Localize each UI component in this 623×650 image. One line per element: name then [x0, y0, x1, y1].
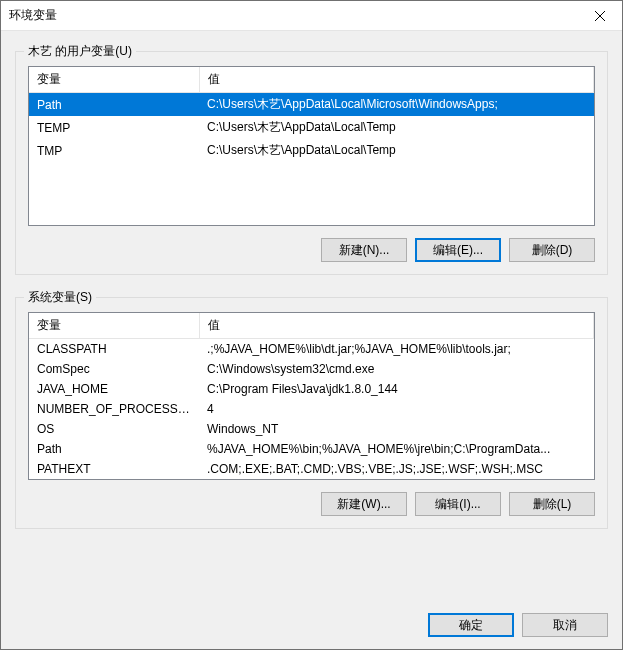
dialog-content: 木艺 的用户变量(U) 变量 值 PathC:\Users\木艺\AppData… — [1, 31, 622, 599]
var-value-cell: C:\Windows\system32\cmd.exe — [199, 359, 594, 379]
dialog-footer: 确定 取消 — [1, 599, 622, 649]
col-header-name[interactable]: 变量 — [29, 67, 199, 93]
table-row[interactable]: Path%JAVA_HOME%\bin;%JAVA_HOME%\jre\bin;… — [29, 439, 594, 459]
var-value-cell: Windows_NT — [199, 419, 594, 439]
var-value-cell: C:\Users\木艺\AppData\Local\Temp — [199, 116, 594, 139]
user-vars-label: 木艺 的用户变量(U) — [24, 43, 136, 60]
titlebar: 环境变量 — [1, 1, 622, 31]
var-name-cell: PATHEXT — [29, 459, 199, 479]
col-header-name[interactable]: 变量 — [29, 313, 199, 339]
table-row[interactable]: ComSpecC:\Windows\system32\cmd.exe — [29, 359, 594, 379]
system-vars-list[interactable]: 变量 值 CLASSPATH.;%JAVA_HOME%\lib\dt.jar;%… — [28, 312, 595, 480]
var-value-cell: 4 — [199, 399, 594, 419]
ok-button[interactable]: 确定 — [428, 613, 514, 637]
system-delete-button[interactable]: 删除(L) — [509, 492, 595, 516]
var-name-cell: TEMP — [29, 116, 199, 139]
system-vars-group: 系统变量(S) 变量 值 CLASSPATH.;%JAVA_HOME%\lib\… — [15, 297, 608, 529]
var-value-cell: .COM;.EXE;.BAT;.CMD;.VBS;.VBE;.JS;.JSE;.… — [199, 459, 594, 479]
var-value-cell: C:\Users\木艺\AppData\Local\Temp — [199, 139, 594, 162]
cancel-button[interactable]: 取消 — [522, 613, 608, 637]
var-value-cell: C:\Program Files\Java\jdk1.8.0_144 — [199, 379, 594, 399]
var-name-cell: OS — [29, 419, 199, 439]
table-row[interactable]: PathC:\Users\木艺\AppData\Local\Microsoft\… — [29, 93, 594, 117]
system-vars-label: 系统变量(S) — [24, 289, 96, 306]
var-name-cell: TMP — [29, 139, 199, 162]
col-header-value[interactable]: 值 — [199, 313, 594, 339]
user-vars-list[interactable]: 变量 值 PathC:\Users\木艺\AppData\Local\Micro… — [28, 66, 595, 226]
system-new-button[interactable]: 新建(W)... — [321, 492, 407, 516]
col-header-value[interactable]: 值 — [199, 67, 594, 93]
table-row[interactable]: PATHEXT.COM;.EXE;.BAT;.CMD;.VBS;.VBE;.JS… — [29, 459, 594, 479]
user-vars-group: 木艺 的用户变量(U) 变量 值 PathC:\Users\木艺\AppData… — [15, 51, 608, 275]
system-vars-buttons: 新建(W)... 编辑(I)... 删除(L) — [28, 492, 595, 516]
var-name-cell: Path — [29, 93, 199, 117]
close-button[interactable] — [577, 1, 622, 31]
var-value-cell: C:\Users\木艺\AppData\Local\Microsoft\Wind… — [199, 93, 594, 117]
user-vars-buttons: 新建(N)... 编辑(E)... 删除(D) — [28, 238, 595, 262]
var-name-cell: CLASSPATH — [29, 339, 199, 360]
table-row[interactable]: JAVA_HOMEC:\Program Files\Java\jdk1.8.0_… — [29, 379, 594, 399]
var-name-cell: Path — [29, 439, 199, 459]
user-delete-button[interactable]: 删除(D) — [509, 238, 595, 262]
table-row[interactable]: CLASSPATH.;%JAVA_HOME%\lib\dt.jar;%JAVA_… — [29, 339, 594, 360]
user-new-button[interactable]: 新建(N)... — [321, 238, 407, 262]
user-edit-button[interactable]: 编辑(E)... — [415, 238, 501, 262]
var-name-cell: ComSpec — [29, 359, 199, 379]
var-name-cell: NUMBER_OF_PROCESSORS — [29, 399, 199, 419]
window-title: 环境变量 — [9, 7, 57, 24]
table-row[interactable]: OSWindows_NT — [29, 419, 594, 439]
var-value-cell: .;%JAVA_HOME%\lib\dt.jar;%JAVA_HOME%\lib… — [199, 339, 594, 360]
var-name-cell: JAVA_HOME — [29, 379, 199, 399]
system-edit-button[interactable]: 编辑(I)... — [415, 492, 501, 516]
table-row[interactable]: TMPC:\Users\木艺\AppData\Local\Temp — [29, 139, 594, 162]
table-row[interactable]: TEMPC:\Users\木艺\AppData\Local\Temp — [29, 116, 594, 139]
table-row[interactable]: NUMBER_OF_PROCESSORS4 — [29, 399, 594, 419]
var-value-cell: %JAVA_HOME%\bin;%JAVA_HOME%\jre\bin;C:\P… — [199, 439, 594, 459]
close-icon — [595, 11, 605, 21]
env-vars-dialog: 环境变量 木艺 的用户变量(U) 变量 值 — [0, 0, 623, 650]
